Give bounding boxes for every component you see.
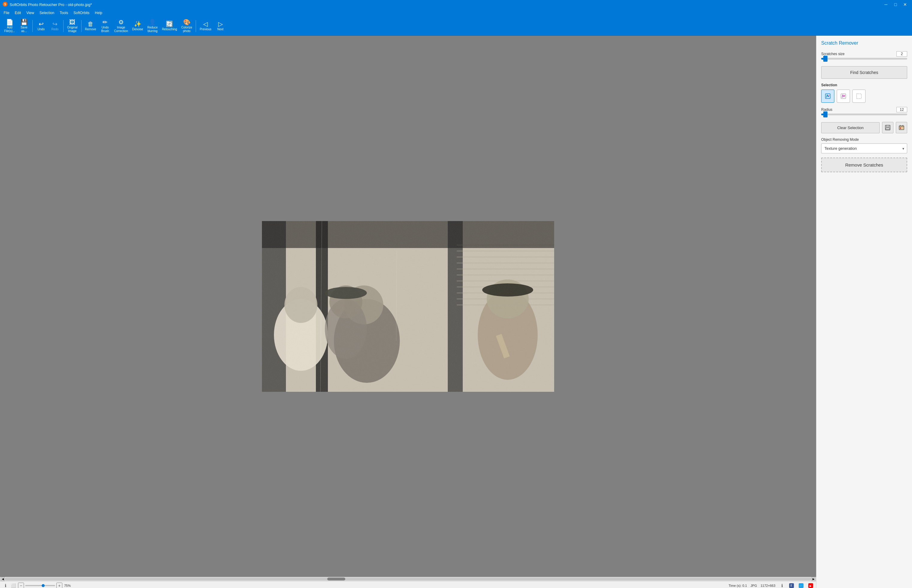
clear-selection-button[interactable]: Clear Selection bbox=[821, 122, 880, 133]
main-layout: ◀ ▶ ℹ ⬜ − + 75% Time (s): 0.1 bbox=[0, 36, 912, 588]
undo-brush-button[interactable]: ✏ Undo Brush bbox=[99, 18, 112, 34]
file-format: JPG bbox=[750, 584, 757, 587]
menu-tools[interactable]: Tools bbox=[57, 10, 70, 16]
scroll-left-arrow[interactable]: ◀ bbox=[1, 577, 5, 581]
add-file-button[interactable]: 📄 Add File(s)... bbox=[2, 18, 17, 34]
window-controls: ─ □ ✕ bbox=[881, 0, 910, 9]
scratches-size-thumb[interactable] bbox=[823, 56, 828, 62]
canvas-area: ◀ ▶ ℹ ⬜ − + 75% Time (s): 0.1 bbox=[0, 36, 816, 588]
denoise-icon: ✨ bbox=[134, 21, 141, 27]
radius-row: Radius bbox=[821, 107, 907, 112]
scratches-size-track[interactable] bbox=[821, 58, 907, 60]
save-selection-icon bbox=[885, 124, 891, 131]
previous-button[interactable]: ◁ Previous bbox=[198, 20, 213, 32]
undo-brush-icon: ✏ bbox=[102, 19, 108, 25]
scroll-right-arrow[interactable]: ▶ bbox=[811, 577, 815, 581]
next-icon: ▷ bbox=[218, 21, 223, 27]
close-button[interactable]: ✕ bbox=[901, 0, 910, 9]
denoise-button[interactable]: ✨ Denoise bbox=[130, 20, 145, 32]
info-icon[interactable]: ℹ bbox=[2, 583, 8, 588]
status-bar: ℹ ⬜ − + 75% Time (s): 0.1 JPG 1172×663 ℹ… bbox=[0, 581, 816, 588]
mode-dropdown[interactable]: Texture generation bbox=[821, 144, 907, 153]
previous-icon: ◁ bbox=[203, 21, 208, 27]
scratches-size-input[interactable] bbox=[896, 51, 907, 57]
image-correction-button[interactable]: ⚙ Image Correction bbox=[112, 18, 130, 34]
undo-button[interactable]: ↩ Undo bbox=[34, 20, 48, 32]
photo-canvas[interactable] bbox=[262, 221, 554, 392]
radius-label: Radius bbox=[821, 108, 832, 112]
load-selection-button[interactable] bbox=[896, 122, 907, 133]
svg-rect-45 bbox=[886, 125, 889, 127]
original-image-icon: 🖼 bbox=[69, 19, 75, 25]
remove-button[interactable]: 🗑 Remove bbox=[83, 20, 98, 32]
radius-section: Radius bbox=[821, 107, 907, 118]
zoom-out-button[interactable]: − bbox=[18, 583, 24, 588]
next-label: Next bbox=[217, 27, 223, 31]
radius-thumb[interactable] bbox=[823, 111, 828, 118]
svg-point-42 bbox=[844, 95, 845, 96]
reduce-blurring-button[interactable]: 👤 Reduce blurring bbox=[146, 18, 159, 34]
retouching-button[interactable]: 🔄 Retouching bbox=[160, 20, 179, 32]
crop-icon[interactable]: ⬜ bbox=[10, 583, 16, 588]
menu-edit[interactable]: Edit bbox=[12, 10, 23, 16]
save-as-button[interactable]: 💾 Save as... bbox=[18, 18, 31, 34]
save-as-icon: 💾 bbox=[20, 19, 28, 25]
twitter-btn[interactable]: 🐦 bbox=[798, 583, 804, 588]
find-scratches-button[interactable]: Find Scratches bbox=[821, 66, 907, 79]
zoom-in-button[interactable]: + bbox=[57, 583, 62, 588]
redo-icon: ↪ bbox=[52, 21, 58, 27]
menu-help[interactable]: Help bbox=[92, 10, 105, 16]
radius-input[interactable] bbox=[896, 107, 907, 112]
toolbar: 📄 Add File(s)... 💾 Save as... ↩ Undo ↪ R… bbox=[0, 17, 912, 36]
facebook-btn[interactable]: f bbox=[789, 583, 794, 588]
colorize-label: Colorize photo bbox=[181, 26, 192, 33]
svg-rect-46 bbox=[886, 128, 889, 130]
save-selection-button[interactable] bbox=[882, 122, 893, 133]
mode-dropdown-container: Texture generation ▼ bbox=[821, 144, 907, 153]
brush-select-button[interactable] bbox=[821, 90, 834, 103]
image-correction-label: Image Correction bbox=[114, 26, 128, 33]
zoom-level: 75% bbox=[64, 584, 71, 587]
info-btn[interactable]: ℹ bbox=[779, 583, 785, 588]
load-selection-icon bbox=[899, 124, 904, 131]
scratches-size-section: Scratches size bbox=[821, 51, 907, 62]
colorize-button[interactable]: 🎨 Colorize photo bbox=[179, 18, 194, 34]
scratches-size-label: Scratches size bbox=[821, 52, 844, 56]
svg-point-40 bbox=[828, 95, 830, 96]
svg-rect-43 bbox=[857, 94, 861, 99]
scrollbar-track[interactable] bbox=[5, 578, 811, 580]
menu-selection[interactable]: Selection bbox=[37, 10, 57, 16]
canvas-container[interactable] bbox=[0, 36, 816, 577]
add-file-label: Add File(s)... bbox=[4, 26, 15, 33]
maximize-button[interactable]: □ bbox=[891, 0, 900, 9]
rect-select-button[interactable] bbox=[852, 90, 865, 103]
menu-file[interactable]: File bbox=[1, 10, 12, 16]
toolbar-sep-1 bbox=[32, 20, 33, 32]
zoom-control: − + bbox=[18, 583, 62, 588]
toolbar-sep-4 bbox=[196, 20, 196, 32]
horizontal-scrollbar[interactable]: ◀ ▶ bbox=[0, 577, 816, 581]
scratches-size-slider-container bbox=[821, 58, 907, 60]
time-label: Time (s): 0.1 bbox=[729, 584, 747, 587]
radius-slider-container bbox=[821, 113, 907, 115]
erase-select-button[interactable] bbox=[837, 90, 850, 103]
original-image-button[interactable]: 🖼 Original Image bbox=[65, 18, 79, 34]
image-correction-icon: ⚙ bbox=[118, 19, 124, 25]
undo-icon: ↩ bbox=[39, 21, 44, 27]
menu-softorbits[interactable]: SoftOrbits bbox=[71, 10, 92, 16]
save-as-label: Save as... bbox=[21, 26, 27, 33]
next-button[interactable]: ▷ Next bbox=[214, 20, 227, 32]
youtube-btn[interactable]: ▶ bbox=[808, 583, 814, 588]
zoom-slider[interactable] bbox=[25, 585, 55, 586]
radius-track[interactable] bbox=[821, 113, 907, 115]
scratches-size-row: Scratches size bbox=[821, 51, 907, 57]
redo-button[interactable]: ↪ Redo bbox=[48, 20, 61, 32]
photo-svg bbox=[262, 221, 554, 392]
remove-scratches-button[interactable]: Remove Scratches bbox=[821, 158, 907, 172]
brush-select-icon bbox=[824, 92, 831, 100]
menu-view[interactable]: View bbox=[24, 10, 37, 16]
minimize-button[interactable]: ─ bbox=[881, 0, 890, 9]
scrollbar-thumb[interactable] bbox=[327, 578, 345, 580]
retouching-icon: 🔄 bbox=[166, 21, 173, 27]
zoom-thumb[interactable] bbox=[42, 584, 45, 587]
